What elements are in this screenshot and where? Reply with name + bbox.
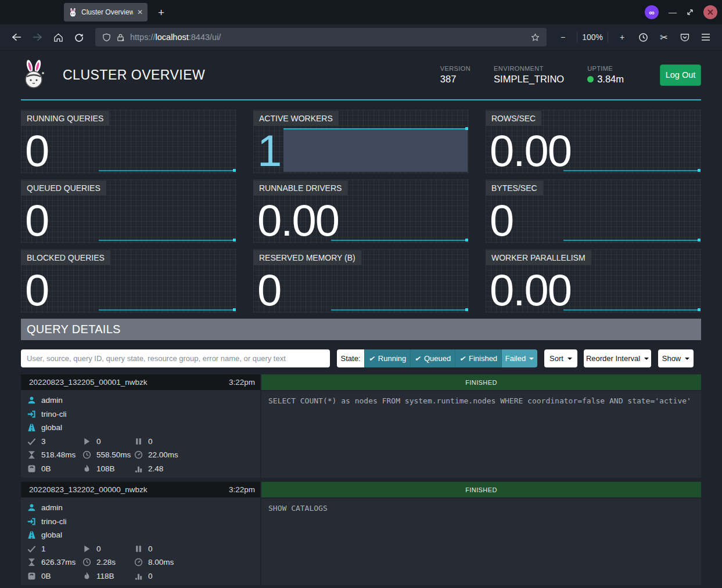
- history-clock-icon[interactable]: [634, 28, 652, 46]
- sparkline: [563, 240, 700, 241]
- elapsed-time: 2.28s: [96, 558, 116, 567]
- current-memory: 0B: [41, 464, 51, 473]
- current-memory: 0B: [41, 572, 51, 580]
- pocket-icon[interactable]: [676, 28, 694, 46]
- query-sql-text: SELECT COUNT(*) as nodes FROM system.run…: [261, 391, 701, 478]
- check-icon: ✔: [459, 355, 465, 363]
- source-sign-in-icon: [27, 517, 36, 526]
- page-header: CLUSTER OVERVIEW VERSION 387 ENVIRONMENT…: [21, 50, 701, 100]
- show-dropdown[interactable]: Show: [658, 349, 694, 367]
- check-icon: ✔: [369, 355, 375, 363]
- cumulative-memory-flame-icon: [82, 464, 91, 473]
- state-filter-label: State:: [337, 349, 364, 367]
- url-bar[interactable]: https://localhost:8443/ui/: [95, 28, 547, 46]
- logout-button[interactable]: Log Out: [660, 64, 701, 86]
- state-filter-finished[interactable]: ✔Finished: [455, 349, 501, 367]
- uptime-status-dot: [587, 76, 594, 82]
- query-source: trino-cli: [41, 517, 67, 526]
- stat-card-queued-queries: QUEUED QUERIES 0: [21, 179, 236, 243]
- stat-value: 0: [25, 270, 48, 311]
- version-info: VERSION 387: [440, 65, 470, 85]
- query-source: trino-cli: [41, 410, 67, 419]
- connection-lock-icon[interactable]: [116, 33, 125, 42]
- query-resource-group: global: [41, 531, 62, 539]
- elapsed-time-clock-icon: [82, 558, 91, 567]
- home-button[interactable]: [49, 28, 67, 46]
- window-restore-button[interactable]: [687, 9, 694, 16]
- query-id-link[interactable]: 20220823_132202_00000_nwbzk: [29, 485, 147, 494]
- stat-label: BLOCKED QUERIES: [21, 250, 110, 265]
- stat-value: 0: [25, 131, 48, 171]
- window-minimize-button[interactable]: —: [669, 8, 677, 17]
- sort-dropdown[interactable]: Sort: [544, 349, 577, 367]
- chevron-down-icon: [644, 358, 649, 360]
- sparkline: [99, 309, 235, 311]
- stat-value: 1: [257, 131, 281, 171]
- stat-label: WORKER PARALLELISM: [486, 250, 591, 265]
- stat-card-worker-parallelism: WORKER PARALLELISM 0.00: [486, 249, 701, 313]
- cumulative-memory: 108B: [96, 464, 115, 473]
- menu-hamburger-icon[interactable]: [696, 28, 715, 46]
- cluster-stats-grid: RUNNING QUERIES 0 ACTIVE WORKERS 1 ROWS/…: [21, 110, 701, 313]
- chevron-down-icon: [567, 358, 572, 360]
- query-resource-group: global: [41, 423, 62, 432]
- tab-title: Cluster Overview - Trino: [81, 8, 133, 16]
- parallelism: 0: [148, 572, 153, 580]
- stat-label: RUNNING QUERIES: [21, 111, 109, 126]
- query-user: admin: [41, 396, 63, 405]
- stat-value: 0.00: [490, 270, 571, 311]
- reload-button[interactable]: [70, 28, 88, 46]
- window-close-button[interactable]: [703, 5, 717, 19]
- resource-group-road-icon: [27, 531, 36, 539]
- chevron-down-icon: [529, 358, 534, 360]
- source-sign-in-icon: [27, 410, 36, 419]
- wall-time: 626.37ms: [41, 558, 76, 567]
- state-filter-failed-dropdown[interactable]: Failed: [501, 349, 537, 367]
- zoom-out-button[interactable]: −: [554, 28, 572, 46]
- stat-card-reserved-memory: RESERVED MEMORY (B) 0: [253, 249, 469, 313]
- browser-tab[interactable]: Cluster Overview - Trino ✕: [64, 3, 148, 21]
- forward-button[interactable]: [28, 28, 46, 46]
- parallelism: 2.48: [148, 464, 163, 473]
- sparkline: [563, 170, 700, 171]
- chevron-down-icon: [685, 358, 689, 360]
- query-filter-toolbar: State: ✔Running ✔Queued ✔Finished Failed…: [21, 349, 701, 367]
- queued-splits: 0: [148, 544, 153, 553]
- stat-value: 0: [257, 270, 281, 311]
- query-id-link[interactable]: 20220823_132205_00001_nwbzk: [29, 378, 147, 387]
- wall-time-hourglass-icon: [27, 558, 36, 567]
- screenshot-scissors-icon[interactable]: ✂: [655, 28, 673, 46]
- completed-splits-check-icon: [27, 544, 36, 553]
- sparkline: [99, 170, 235, 171]
- query-search-input[interactable]: [21, 349, 330, 367]
- current-memory-scale-icon: [27, 464, 36, 473]
- elapsed-time-clock-icon: [82, 450, 91, 459]
- browser-toolbar: https://localhost:8443/ui/ − 100% + ✂: [0, 24, 722, 50]
- url-text: https://localhost:8443/ui/: [130, 33, 221, 42]
- cpu-time-gauge-icon: [134, 558, 143, 567]
- wall-time: 518.48ms: [41, 450, 76, 459]
- state-filter-queued[interactable]: ✔Queued: [410, 349, 455, 367]
- queued-splits: 0: [148, 437, 153, 446]
- bookmark-star-icon[interactable]: [531, 33, 540, 42]
- reorder-interval-dropdown[interactable]: Reorder Interval: [584, 349, 651, 367]
- parallelism-chart-icon: [134, 464, 143, 473]
- zoom-level[interactable]: 100%: [582, 33, 603, 42]
- sparkline: [563, 309, 700, 311]
- state-filter-running[interactable]: ✔Running: [364, 349, 410, 367]
- query-time: 3:22pm: [229, 378, 255, 387]
- query-time: 3:22pm: [229, 485, 255, 494]
- stat-value: 0.00: [257, 200, 339, 241]
- current-memory-scale-icon: [27, 572, 36, 580]
- tab-close-icon[interactable]: ✕: [137, 8, 143, 16]
- sparkline: [99, 240, 235, 241]
- sparkline: [331, 309, 468, 311]
- query-details-header: QUERY DETAILS: [21, 319, 701, 340]
- completed-splits: 3: [41, 437, 46, 446]
- new-tab-button[interactable]: +: [158, 7, 164, 18]
- back-button[interactable]: [7, 28, 26, 46]
- environment-info: ENVIRONMENT SIMPLE_TRINO: [494, 65, 564, 85]
- tracking-shield-icon[interactable]: [102, 33, 111, 42]
- zoom-in-button[interactable]: +: [613, 28, 631, 46]
- running-splits-play-icon: [82, 437, 91, 446]
